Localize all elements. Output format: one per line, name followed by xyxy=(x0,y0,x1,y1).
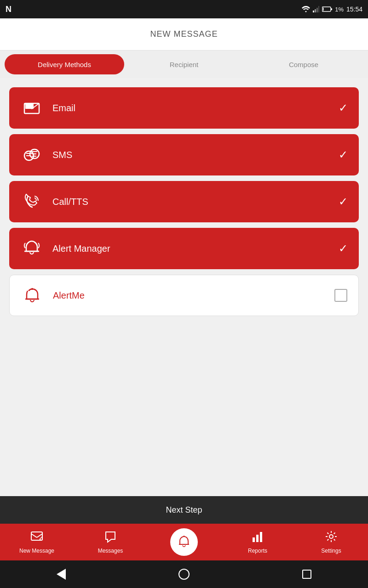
svg-rect-1 xyxy=(315,9,316,12)
tab-delivery-methods[interactable]: Delivery Methods xyxy=(5,54,124,74)
alert-manager-check: ✓ xyxy=(339,242,348,255)
back-button[interactable] xyxy=(47,565,75,583)
system-nav xyxy=(0,560,368,588)
alertme-card[interactable]: AlertMe xyxy=(9,275,359,316)
signal-icon xyxy=(313,6,319,12)
email-icon xyxy=(20,96,43,119)
reports-label: Reports xyxy=(248,548,267,554)
header: NEW MESSAGE xyxy=(0,18,368,51)
call-tts-card[interactable]: Call/TTS ✓ xyxy=(9,181,359,222)
alert-manager-icon xyxy=(20,237,43,260)
new-message-icon xyxy=(30,530,43,546)
call-tts-icon xyxy=(20,190,43,213)
next-step-bar[interactable]: Next Step xyxy=(0,496,368,524)
nav-new-message[interactable]: New Message xyxy=(0,530,74,554)
svg-rect-28 xyxy=(260,532,262,542)
sms-label: SMS xyxy=(52,150,339,160)
alert-center-icon xyxy=(178,534,190,550)
call-tts-label: Call/TTS xyxy=(52,197,339,207)
app-logo: N xyxy=(6,5,12,14)
alertme-label: AlertMe xyxy=(53,290,334,301)
battery-percent: 1% xyxy=(335,6,344,13)
new-message-label: New Message xyxy=(19,548,54,554)
svg-point-29 xyxy=(329,535,333,538)
alert-center-button[interactable] xyxy=(170,528,198,556)
sms-card[interactable]: SMS ✓ xyxy=(9,134,359,175)
bottom-nav: New Message Messages xyxy=(0,524,368,560)
recent-button[interactable] xyxy=(293,565,321,583)
email-label: Email xyxy=(52,103,339,113)
email-check: ✓ xyxy=(339,102,348,114)
nav-messages[interactable]: Messages xyxy=(74,530,147,554)
status-bar: N 1% 15:54 xyxy=(0,0,368,18)
svg-rect-2 xyxy=(316,8,318,12)
nav-alert-center[interactable] xyxy=(147,528,221,556)
svg-rect-6 xyxy=(323,8,324,11)
page-title: NEW MESSAGE xyxy=(150,29,218,39)
tab-bar: Delivery Methods Recipient Compose xyxy=(0,51,368,78)
call-tts-check: ✓ xyxy=(339,195,348,208)
home-button[interactable] xyxy=(170,565,198,583)
main-content: Email ✓ SMS ✓ Cal xyxy=(0,78,368,325)
wifi-icon xyxy=(302,6,310,12)
messages-icon xyxy=(104,530,117,546)
svg-line-21 xyxy=(31,534,37,537)
sms-icon xyxy=(20,143,43,166)
alert-manager-card[interactable]: Alert Manager ✓ xyxy=(9,228,359,269)
alertme-icon xyxy=(21,284,44,307)
email-card[interactable]: Email ✓ xyxy=(9,87,359,129)
svg-rect-0 xyxy=(313,11,314,12)
reports-icon xyxy=(251,530,264,546)
status-bar-left: N xyxy=(6,5,12,14)
tab-recipient[interactable]: Recipient xyxy=(124,54,244,74)
nav-settings[interactable]: Settings xyxy=(294,530,368,554)
next-step-label: Next Step xyxy=(166,505,202,515)
battery-icon xyxy=(322,6,332,12)
settings-label: Settings xyxy=(321,548,341,554)
svg-rect-20 xyxy=(31,532,42,540)
tab-compose[interactable]: Compose xyxy=(244,54,363,74)
svg-rect-26 xyxy=(253,537,255,542)
messages-label: Messages xyxy=(98,548,123,554)
nav-reports[interactable]: Reports xyxy=(221,530,294,554)
sms-check: ✓ xyxy=(339,148,348,161)
svg-rect-5 xyxy=(331,8,333,10)
alertme-checkbox[interactable] xyxy=(334,289,347,302)
status-bar-right: 1% 15:54 xyxy=(302,6,362,13)
settings-icon xyxy=(325,530,338,546)
alert-manager-label: Alert Manager xyxy=(52,243,339,254)
status-time: 15:54 xyxy=(346,6,362,13)
svg-rect-3 xyxy=(318,6,319,12)
svg-rect-27 xyxy=(256,535,259,542)
